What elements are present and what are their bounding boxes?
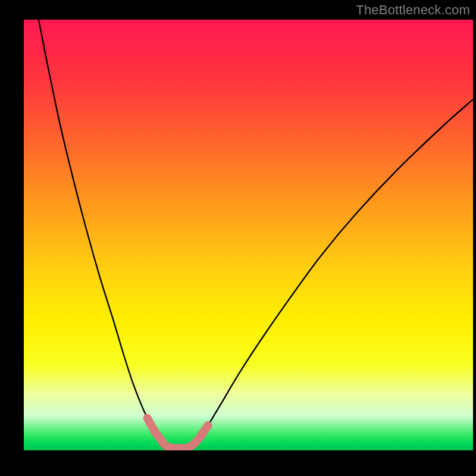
curve-left-branch bbox=[39, 20, 165, 445]
optimal-marker bbox=[148, 418, 208, 449]
curve-layer bbox=[24, 20, 473, 450]
plot-area bbox=[24, 20, 473, 450]
watermark-text: TheBottleneck.com bbox=[356, 2, 470, 18]
curve-right-branch bbox=[192, 99, 473, 445]
chart-frame: TheBottleneck.com bbox=[0, 0, 476, 476]
